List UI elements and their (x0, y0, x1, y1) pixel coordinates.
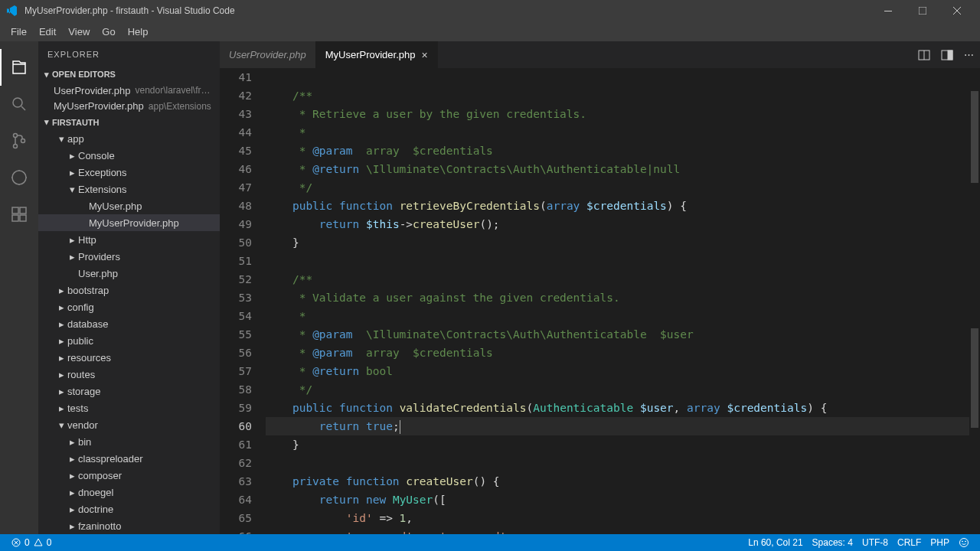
chevron-down-icon: ▾ (57, 419, 66, 431)
status-spaces[interactable]: Spaces: 4 (808, 537, 858, 548)
tree-item-label: doctrine (78, 504, 113, 515)
chevron-down-icon: ▾ (41, 70, 52, 80)
folder-item[interactable]: ▸Http (38, 231, 220, 248)
chevron-right-icon: ▸ (67, 470, 77, 481)
menu-view[interactable]: View (62, 23, 96, 41)
chevron-right-icon: ▸ (57, 386, 66, 397)
folder-item[interactable]: ▾app (38, 130, 220, 147)
explorer-icon[interactable] (0, 49, 38, 86)
status-problems[interactable]: 0 0 (6, 537, 56, 548)
menu-file[interactable]: File (5, 23, 33, 41)
folder-item[interactable]: ▸config (38, 298, 220, 315)
maximize-button[interactable] (905, 0, 939, 21)
tree-item-label: config (67, 302, 94, 313)
tab-myuserprovider[interactable]: MyUserProvider.php × (316, 41, 438, 68)
folder-item[interactable]: ▸classpreloader (38, 450, 220, 467)
window-title: MyUserProvider.php - firstauth - Visual … (24, 5, 871, 16)
code-editor[interactable]: 4142434445464748495051525354555657585960… (220, 68, 980, 534)
close-icon[interactable]: × (421, 49, 427, 61)
folder-item[interactable]: ▸dnoegel (38, 484, 220, 500)
chevron-right-icon: ▸ (57, 369, 66, 380)
tree-item-label: Console (78, 150, 115, 161)
tree-item-label: vendor (67, 419, 98, 431)
menu-go[interactable]: Go (96, 23, 121, 41)
open-editor-hint: vendor\laravel\fra... (135, 85, 214, 96)
menu-edit[interactable]: Edit (33, 23, 62, 41)
folder-item[interactable]: ▸database (38, 315, 220, 332)
chevron-right-icon: ▸ (67, 487, 77, 498)
chevron-down-icon: ▾ (57, 133, 66, 145)
minimize-button[interactable] (871, 0, 905, 21)
workspace-label: FIRSTAUTH (52, 118, 100, 127)
debug-icon[interactable] (0, 159, 38, 196)
scrollbar[interactable] (969, 68, 980, 534)
status-feedback-icon[interactable] (954, 537, 974, 548)
open-editor-item[interactable]: UserProvider.php vendor\laravel\fra... (38, 83, 220, 99)
statusbar: 0 0 Ln 60, Col 21 Spaces: 4 UTF-8 CRLF P… (0, 534, 980, 551)
file-item[interactable]: MyUserProvider.php (38, 214, 220, 231)
activity-bar (0, 41, 38, 534)
svg-point-2 (13, 98, 22, 107)
more-icon[interactable]: ⋯ (964, 49, 974, 60)
extensions-icon[interactable] (0, 196, 38, 233)
chevron-down-icon: ▾ (41, 117, 52, 127)
tab-label: UserProvider.php (229, 49, 306, 60)
tree-item-label: database (67, 318, 109, 330)
tree-item-label: tests (67, 403, 88, 414)
status-cursor[interactable]: Ln 60, Col 21 (743, 537, 807, 548)
folder-item[interactable]: ▸Console (38, 147, 220, 164)
tree-item-label: resources (67, 352, 111, 364)
close-button[interactable] (939, 0, 974, 21)
folder-item[interactable]: ▸bootstrap (38, 282, 220, 298)
tree-item-label: bin (78, 436, 91, 448)
folder-item[interactable]: ▸composer (38, 467, 220, 484)
folder-item[interactable]: ▸bin (38, 433, 220, 450)
status-eol[interactable]: CRLF (893, 537, 926, 548)
toggle-panel-icon[interactable] (941, 49, 953, 61)
chevron-right-icon: ▸ (67, 234, 77, 246)
chevron-right-icon: ▸ (67, 436, 77, 448)
file-item[interactable]: MyUser.php (38, 197, 220, 214)
titlebar: MyUserProvider.php - firstauth - Visual … (0, 0, 980, 21)
folder-item[interactable]: ▸Exceptions (38, 164, 220, 181)
chevron-down-icon: ▾ (67, 184, 77, 195)
tree-item-label: composer (78, 470, 122, 481)
menubar: File Edit View Go Help (0, 21, 980, 41)
tree-item-label: storage (67, 386, 100, 397)
svg-rect-8 (20, 207, 26, 214)
folder-item[interactable]: ▾vendor (38, 416, 220, 433)
file-item[interactable]: User.php (38, 265, 220, 282)
code-content[interactable]: /** * Retrieve a user by the given crede… (266, 68, 980, 534)
source-control-icon[interactable] (0, 122, 38, 159)
tree-item-label: MyUserProvider.php (89, 217, 179, 229)
tab-userprovider[interactable]: UserProvider.php (220, 41, 316, 68)
chevron-right-icon: ▸ (67, 504, 77, 515)
menu-help[interactable]: Help (122, 23, 155, 41)
folder-item[interactable]: ▸doctrine (38, 500, 220, 517)
split-editor-icon[interactable] (918, 49, 930, 61)
open-editor-item[interactable]: MyUserProvider.php app\Extensions (38, 99, 220, 115)
folder-item[interactable]: ▸fzaninotto (38, 517, 220, 534)
status-language[interactable]: PHP (926, 537, 954, 548)
folder-item[interactable]: ▾Extensions (38, 181, 220, 197)
svg-point-3 (14, 134, 18, 138)
tree-item-label: Http (78, 234, 96, 246)
tree-item-label: dnoegel (78, 487, 113, 498)
folder-item[interactable]: ▸public (38, 332, 220, 349)
explorer-title: EXPLORER (38, 41, 220, 67)
folder-item[interactable]: ▸Providers (38, 248, 220, 265)
workspace-header[interactable]: ▾ FIRSTAUTH (38, 114, 220, 130)
folder-item[interactable]: ▸routes (38, 366, 220, 383)
window-controls (871, 0, 974, 21)
file-tree: ▾app▸Console▸Exceptions▾ExtensionsMyUser… (38, 130, 220, 534)
editor-area: UserProvider.php MyUserProvider.php × ⋯ … (220, 41, 980, 534)
svg-point-5 (21, 139, 25, 143)
open-editors-header[interactable]: ▾ OPEN EDITORS (38, 67, 220, 83)
folder-item[interactable]: ▸storage (38, 383, 220, 399)
chevron-right-icon: ▸ (67, 251, 77, 262)
search-icon[interactable] (0, 86, 38, 122)
folder-item[interactable]: ▸resources (38, 349, 220, 366)
folder-item[interactable]: ▸tests (38, 399, 220, 416)
status-encoding[interactable]: UTF-8 (858, 537, 893, 548)
tree-item-label: bootstrap (67, 285, 109, 296)
